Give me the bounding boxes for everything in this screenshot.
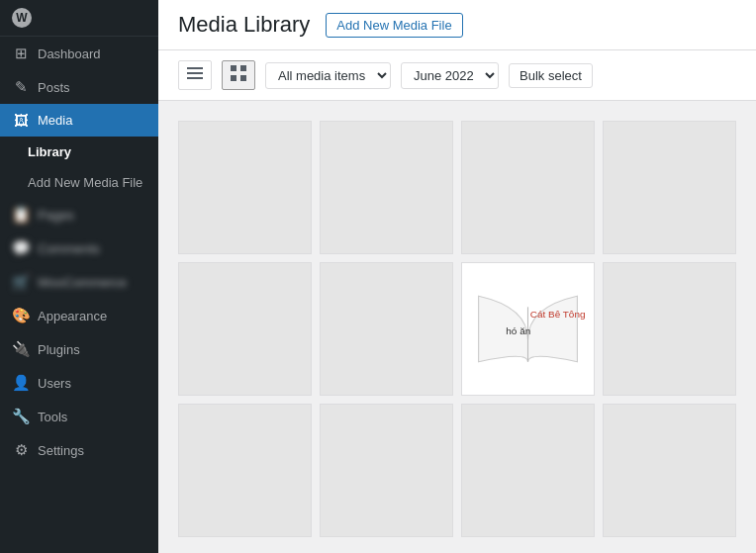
users-icon: 👤: [12, 374, 30, 392]
page-title: Media Library: [178, 12, 310, 38]
svg-rect-3: [231, 65, 236, 71]
book-preview: Cát Bê Tông hó ăn: [462, 263, 594, 395]
settings-icon: ⚙: [12, 441, 30, 459]
pages-icon: 📋: [12, 206, 30, 224]
sidebar-item-label: Comments: [38, 241, 100, 256]
library-label: Library: [28, 144, 71, 159]
plugins-icon: 🔌: [12, 340, 30, 358]
media-item-4[interactable]: [603, 121, 736, 254]
svg-rect-5: [231, 75, 236, 81]
sidebar-item-label: Pages: [38, 208, 74, 223]
media-item-3[interactable]: [461, 121, 595, 254]
sidebar-item-users[interactable]: 👤 Users: [0, 366, 158, 400]
page-header: Media Library Add New Media File: [158, 0, 756, 50]
media-item-10[interactable]: [320, 404, 453, 537]
media-item-5[interactable]: [178, 262, 312, 396]
media-filter-select[interactable]: All media items Images Audio Video: [265, 62, 391, 89]
sidebar-logo: W: [0, 0, 158, 37]
add-new-media-file-button[interactable]: Add New Media File: [326, 13, 462, 38]
sidebar-item-label: Media: [38, 113, 72, 128]
posts-icon: ✎: [12, 78, 30, 96]
media-item-6[interactable]: [320, 262, 453, 396]
media-grid: Cát Bê Tông hó ăn: [158, 101, 756, 553]
svg-rect-2: [187, 77, 203, 79]
media-item-11[interactable]: [461, 404, 595, 537]
sidebar-item-plugins[interactable]: 🔌 Plugins: [0, 332, 158, 366]
svg-text:hó ăn: hó ăn: [506, 325, 530, 336]
sidebar-item-appearance[interactable]: 🎨 Appearance: [0, 299, 158, 332]
wp-logo-icon: W: [12, 8, 32, 28]
sidebar-item-media[interactable]: 🖼 Media: [0, 104, 158, 137]
svg-rect-0: [187, 67, 203, 69]
svg-rect-6: [240, 75, 246, 81]
media-icon: 🖼: [12, 112, 30, 129]
sidebar-item-add-new-media[interactable]: Add New Media File: [0, 167, 158, 198]
sidebar-item-label: Settings: [38, 443, 84, 458]
date-filter-select[interactable]: June 2022 May 2022 April 2022: [401, 62, 499, 89]
media-toolbar: All media items Images Audio Video June …: [158, 50, 756, 101]
sidebar-item-tools[interactable]: 🔧 Tools: [0, 400, 158, 433]
media-item-1[interactable]: [178, 121, 312, 254]
sidebar-item-settings[interactable]: ⚙ Settings: [0, 433, 158, 467]
sidebar-item-library[interactable]: Library: [0, 137, 158, 167]
list-view-icon: [187, 65, 203, 85]
appearance-icon: 🎨: [12, 307, 30, 324]
media-item-7[interactable]: Cát Bê Tông hó ăn: [461, 262, 595, 396]
media-item-2[interactable]: [320, 121, 453, 254]
svg-rect-1: [187, 72, 203, 74]
sidebar-item-posts[interactable]: ✎ Posts: [0, 70, 158, 104]
sidebar-item-label: Dashboard: [38, 46, 101, 61]
sidebar-item-label: Posts: [38, 80, 70, 95]
media-submenu: Library Add New Media File: [0, 137, 158, 198]
sidebar-item-label: Users: [38, 376, 71, 391]
sidebar-item-label: Appearance: [38, 309, 107, 323]
sidebar-item-label: WooCommerce: [38, 275, 127, 290]
media-item-12[interactable]: [603, 404, 736, 537]
svg-rect-4: [240, 65, 246, 71]
svg-text:Cát Bê Tông: Cát Bê Tông: [530, 309, 586, 320]
sidebar-item-label: Tools: [38, 410, 67, 424]
sidebar-item-woocommerce[interactable]: 🛒 WooCommerce: [0, 265, 158, 299]
grid-view-icon: [231, 65, 246, 85]
sidebar-item-label: Plugins: [38, 342, 80, 357]
woocommerce-icon: 🛒: [12, 273, 30, 291]
sidebar: W ⊞ Dashboard ✎ Posts 🖼 Media Library Ad…: [0, 0, 158, 553]
add-new-media-label: Add New Media File: [28, 175, 142, 190]
list-view-button[interactable]: [178, 60, 212, 90]
dashboard-icon: ⊞: [12, 45, 30, 62]
media-item-9[interactable]: [178, 404, 312, 537]
grid-view-button[interactable]: [222, 60, 255, 90]
tools-icon: 🔧: [12, 408, 30, 425]
bulk-select-button[interactable]: Bulk select: [509, 63, 593, 88]
media-item-8[interactable]: [603, 262, 736, 396]
comments-icon: 💬: [12, 239, 30, 257]
sidebar-item-pages[interactable]: 📋 Pages: [0, 198, 158, 231]
sidebar-item-comments[interactable]: 💬 Comments: [0, 231, 158, 265]
sidebar-item-dashboard[interactable]: ⊞ Dashboard: [0, 37, 158, 70]
main-content: Media Library Add New Media File All med…: [158, 0, 756, 553]
